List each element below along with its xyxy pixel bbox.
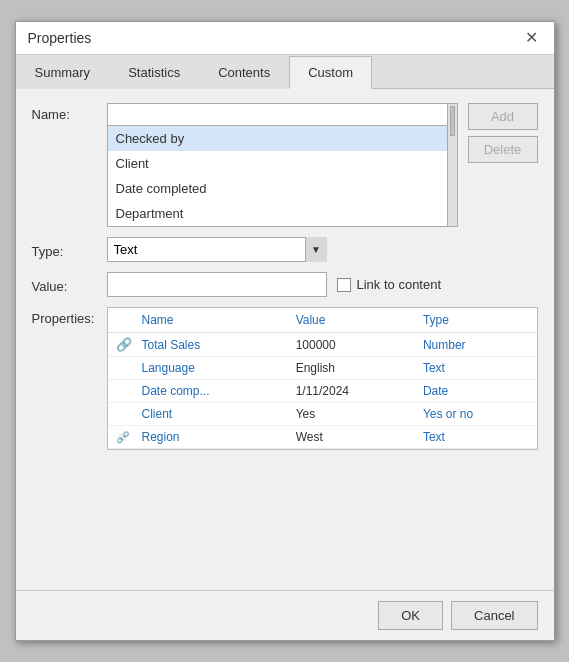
- table-row[interactable]: Client Yes Yes or no: [108, 403, 537, 426]
- scrollbar-thumb: [450, 106, 455, 136]
- prop-name: Total Sales: [134, 333, 288, 357]
- prop-name: Language: [134, 357, 288, 380]
- name-row: Name: Checked by Client Date completed D…: [32, 103, 538, 227]
- prop-value: Yes: [288, 403, 415, 426]
- link-to-content-checkbox[interactable]: [337, 278, 351, 292]
- prop-type: Text: [415, 357, 537, 380]
- prop-value: 100000: [288, 333, 415, 357]
- prop-name: Region: [134, 426, 288, 449]
- tab-statistics[interactable]: Statistics: [109, 56, 199, 89]
- dialog-footer: OK Cancel: [16, 590, 554, 640]
- properties-table: Name Value Type 🔗 Total Sales 100000 Num…: [108, 308, 537, 449]
- value-row: Value: Link to content: [32, 272, 538, 297]
- tab-contents[interactable]: Contents: [199, 56, 289, 89]
- type-select[interactable]: Text Date Number Yes or no: [107, 237, 327, 262]
- type-select-wrapper: Text Date Number Yes or no ▼: [107, 237, 327, 262]
- table-row[interactable]: Language English Text: [108, 357, 537, 380]
- table-row[interactable]: Date comp... 1/11/2024 Date: [108, 380, 537, 403]
- name-input[interactable]: [108, 104, 447, 126]
- delete-button[interactable]: Delete: [468, 136, 538, 163]
- title-bar: Properties ✕: [16, 22, 554, 55]
- prop-name: Date comp...: [134, 380, 288, 403]
- no-icon: [108, 403, 134, 426]
- type-row: Type: Text Date Number Yes or no ▼: [32, 237, 538, 262]
- no-icon: [108, 357, 134, 380]
- scrollbar[interactable]: [447, 104, 457, 226]
- link-to-content-label: Link to content: [357, 277, 442, 292]
- name-list: Checked by Client Date completed Departm…: [108, 126, 447, 226]
- prop-value: 1/11/2024: [288, 380, 415, 403]
- properties-label: Properties:: [32, 307, 97, 326]
- prop-name: Client: [134, 403, 288, 426]
- dialog-title: Properties: [28, 30, 92, 46]
- ok-button[interactable]: OK: [378, 601, 443, 630]
- properties-row: Properties: Name Value Type 🔗: [32, 307, 538, 450]
- list-item[interactable]: Department: [108, 201, 447, 226]
- close-button[interactable]: ✕: [521, 30, 542, 46]
- name-section: Checked by Client Date completed Departm…: [107, 103, 538, 227]
- name-label: Name:: [32, 103, 97, 122]
- broken-link-icon: ⛓‍💥: [108, 426, 134, 449]
- prop-type: Date: [415, 380, 537, 403]
- tab-summary[interactable]: Summary: [16, 56, 110, 89]
- link-to-content-wrapper: Link to content: [337, 277, 442, 292]
- type-col-header: Type: [415, 308, 537, 333]
- prop-type: Yes or no: [415, 403, 537, 426]
- tab-bar: Summary Statistics Contents Custom: [16, 55, 554, 89]
- prop-value: English: [288, 357, 415, 380]
- custom-panel: Name: Checked by Client Date completed D…: [16, 89, 554, 590]
- list-item[interactable]: Date completed: [108, 176, 447, 201]
- list-item[interactable]: Client: [108, 151, 447, 176]
- type-label: Type:: [32, 240, 97, 259]
- properties-dialog: Properties ✕ Summary Statistics Contents…: [15, 21, 555, 641]
- name-buttons: Add Delete: [468, 103, 538, 227]
- value-label: Value:: [32, 275, 97, 294]
- name-list-container: Checked by Client Date completed Departm…: [108, 104, 447, 226]
- table-row[interactable]: ⛓‍💥 Region West Text: [108, 426, 537, 449]
- list-item[interactable]: Checked by: [108, 126, 447, 151]
- link-icon: 🔗: [108, 333, 134, 357]
- no-icon: [108, 380, 134, 403]
- properties-table-wrapper: Name Value Type 🔗 Total Sales 100000 Num…: [107, 307, 538, 450]
- prop-type: Number: [415, 333, 537, 357]
- prop-value: West: [288, 426, 415, 449]
- value-col-header: Value: [288, 308, 415, 333]
- tab-custom[interactable]: Custom: [289, 56, 372, 89]
- value-input[interactable]: [107, 272, 327, 297]
- name-col-header: Name: [134, 308, 288, 333]
- add-button[interactable]: Add: [468, 103, 538, 130]
- icon-col-header: [108, 308, 134, 333]
- table-row[interactable]: 🔗 Total Sales 100000 Number: [108, 333, 537, 357]
- cancel-button[interactable]: Cancel: [451, 601, 537, 630]
- prop-type: Text: [415, 426, 537, 449]
